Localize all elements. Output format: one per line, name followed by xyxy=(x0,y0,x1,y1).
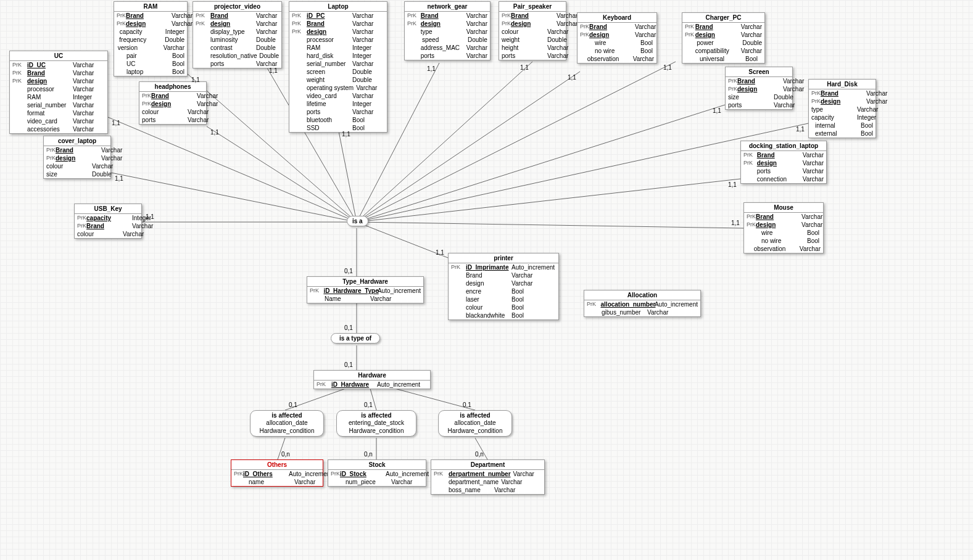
connection-line xyxy=(207,126,357,222)
cardinality-label: 1,1 xyxy=(269,67,278,74)
entity-mouse[interactable]: MousePrKBrandVarcharPrKdesignVarcharwire… xyxy=(743,202,824,253)
attr-row: PrKallocation_numberAuto_increment xyxy=(584,300,700,308)
attr-row: colourVarchar xyxy=(139,108,206,116)
cardinality-label: 1,1 xyxy=(520,64,529,71)
attr-row: wireBool xyxy=(744,229,823,237)
entity-hard_disk[interactable]: Hard_DiskPrKBrandVarcharPrKdesignVarchar… xyxy=(808,79,876,138)
attr-row: PrKdesignVarchar xyxy=(405,20,490,28)
relation-is_affected2[interactable]: is affectedentering_date_stockHardware_c… xyxy=(336,410,416,437)
attr-row: PrKdesignVarchar xyxy=(578,31,656,39)
attr-row: PrKBrandVarchar xyxy=(10,69,107,77)
attr-row: BrandVarchar xyxy=(449,271,558,279)
connection-line xyxy=(338,128,357,222)
entity-ram[interactable]: RAMPrKBrandVarcharPrKdesignVarcharcapaci… xyxy=(114,1,188,76)
attr-row: observationVarchar xyxy=(578,55,656,63)
entity-hardware[interactable]: HardwarePrKiD_HardwareAuto_increment xyxy=(313,370,431,389)
attr-row: PrKBrandVarchar xyxy=(75,222,141,230)
attr-row: PrKcapacityInteger xyxy=(75,214,141,222)
connection-line xyxy=(357,62,676,222)
entity-docking[interactable]: docking_station_laptopPrKBrandVarcharPrK… xyxy=(740,141,827,184)
entity-others[interactable]: OthersPrKiD_OthersAuto_incrementnameVarc… xyxy=(231,459,323,487)
attr-row: PrKdesignVarchar xyxy=(10,77,107,85)
relation-attr: Hardware_condition xyxy=(444,427,507,435)
entity-title: Allocation xyxy=(584,290,700,300)
entity-keyboard[interactable]: KeyboardPrKBrandVarcharPrKdesignVarcharw… xyxy=(577,12,657,64)
relation-label: is a xyxy=(352,218,363,224)
entity-title: Department xyxy=(431,460,544,470)
relation-is_affected1[interactable]: is affectedallocation_dateHardware_condi… xyxy=(250,410,324,437)
attr-row: PrKBrandVarchar xyxy=(44,146,110,154)
attr-row: colourVarchar xyxy=(44,162,110,170)
attr-row: PrKBrandVarchar xyxy=(741,151,826,159)
attr-row: PrKiD_OthersAuto_increment xyxy=(231,470,323,478)
attr-row: RAMInteger xyxy=(10,93,107,101)
entity-cover_laptop[interactable]: cover_laptopPrKBrandVarcharPrKdesignVarc… xyxy=(43,136,111,179)
attr-row: serial_numberVarchar xyxy=(289,60,387,68)
attr-row: boss_nameVarchar xyxy=(431,486,544,494)
entity-title: Mouse xyxy=(744,203,823,213)
attr-row: colourBool xyxy=(449,303,558,311)
entity-title: Hard_Disk xyxy=(809,80,876,89)
entity-title: printer xyxy=(449,253,558,263)
entity-title: cover_laptop xyxy=(44,136,110,146)
attr-row: capacityInteger xyxy=(114,28,187,36)
cardinality-label: 1,1 xyxy=(342,131,350,138)
attr-row: PrKdesignVarchar xyxy=(682,31,764,39)
attr-row: PrKdesignVarchar xyxy=(289,28,387,36)
relation-is_affected3[interactable]: is affectedallocation_dateHardware_condi… xyxy=(438,410,512,437)
cardinality-label: 0,n xyxy=(475,451,484,458)
entity-department[interactable]: DepartmentPrKderpartment_numberVarcharde… xyxy=(431,459,545,495)
entity-uc[interactable]: UCPrKiD_UCVarcharPrKBrandVarcharPrKdesig… xyxy=(9,51,108,134)
relation-is_type_of[interactable]: is a type of xyxy=(331,333,380,344)
entity-charger_pc[interactable]: Charger_PCPrKBrandVarcharPrKdesignVarcha… xyxy=(682,12,765,64)
attr-row: PrKdesignVarchar xyxy=(726,85,792,93)
relation-isa[interactable]: is a xyxy=(347,216,368,226)
attr-row: RAMInteger xyxy=(289,44,387,52)
attr-row: processorVarchar xyxy=(10,85,107,93)
entity-title: Type_Hardware xyxy=(307,277,423,287)
entity-laptop[interactable]: LaptopPrKiD_PCVarcharPrKBrandVarcharPrKd… xyxy=(289,1,387,133)
connection-line xyxy=(357,72,580,222)
attr-row: PrKdesignVarchar xyxy=(44,154,110,162)
connection-line xyxy=(357,179,740,222)
attr-row: resolution_nativeDouble xyxy=(193,52,281,60)
attr-row: NameVarchar xyxy=(307,295,423,303)
entity-headphones[interactable]: headphonesPrKBrandVarcharPrKdesignVarcha… xyxy=(139,81,207,125)
attr-row: PrKBrandVarchar xyxy=(809,89,876,97)
attr-row: PrKderpartment_numberVarchar xyxy=(431,470,544,478)
entity-screen[interactable]: ScreenPrKBrandVarcharPrKdesignVarcharsiz… xyxy=(725,67,793,110)
cardinality-label: 1,1 xyxy=(427,65,436,72)
attr-row: SSDBool xyxy=(289,124,387,132)
cardinality-label: 0,n xyxy=(364,451,373,458)
entity-title: network_gear xyxy=(405,2,490,12)
attr-row: weightDouble xyxy=(289,76,387,84)
entity-usb_key[interactable]: USB_KeyPrKcapacityIntegerPrKBrandVarchar… xyxy=(74,204,142,239)
attr-row: portsVarchar xyxy=(726,101,792,109)
entity-network_gear[interactable]: network_gearPrKBrandVarcharPrKdesignVarc… xyxy=(404,1,491,60)
attr-row: department_nameVarchar xyxy=(431,478,544,486)
attr-row: portsVarchar xyxy=(499,52,566,60)
relation-attr: entering_date_stock xyxy=(342,419,411,427)
cardinality-label: 1,1 xyxy=(112,120,120,126)
relation-label: is affected xyxy=(342,412,411,419)
attr-row: PrKdesignVarchar xyxy=(741,159,826,167)
entity-pair_speaker[interactable]: Pair_speakerPrKBrandVarcharPrKdesignVarc… xyxy=(499,1,566,60)
attr-row: UCBool xyxy=(114,60,187,68)
relation-label: is affected xyxy=(255,412,318,419)
attr-row: PrKBrandVarchar xyxy=(682,23,764,31)
attr-row: weightDouble xyxy=(499,36,566,44)
attr-row: universalBool xyxy=(682,55,764,63)
attr-row: internalBool xyxy=(809,121,876,130)
attr-row: PrKiD_StockAuto_increment xyxy=(328,470,426,478)
entity-printer[interactable]: printerPrKiD_ImprimanteAuto_incrementBra… xyxy=(448,253,559,320)
entity-allocation[interactable]: AllocationPrKallocation_numberAuto_incre… xyxy=(584,290,701,317)
attr-row: PrKBrandVarchar xyxy=(139,92,206,100)
entity-stock[interactable]: StockPrKiD_StockAuto_incrementnum_pieceV… xyxy=(328,459,426,487)
attr-row: PrKBrandVarchar xyxy=(499,12,566,20)
connection-line xyxy=(357,222,448,258)
entity-type_hardware[interactable]: Type_HardwarePrKiD_Hardware_TypeAuto_inc… xyxy=(307,276,424,303)
attr-row: capacityInteger xyxy=(809,113,876,121)
cardinality-label: 0,1 xyxy=(344,361,353,368)
relation-attr: allocation_date xyxy=(255,419,318,427)
entity-projector_video[interactable]: projector_videoPrKBrandVarcharPrKdesignV… xyxy=(193,1,282,68)
